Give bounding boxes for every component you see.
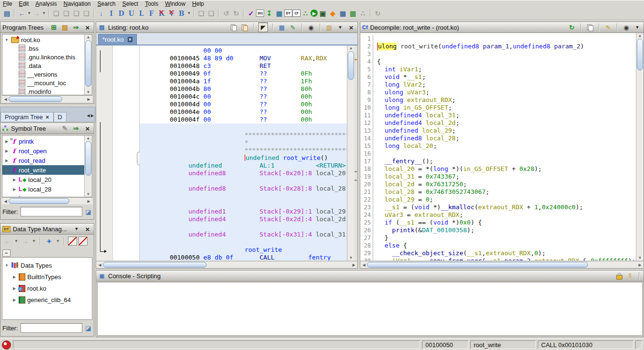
decompile-line[interactable]: 11 undefined4 local_31; bbox=[360, 112, 636, 119]
org-chart-icon[interactable]: ∴ bbox=[358, 8, 368, 18]
pages-icon-4[interactable]: ❏ bbox=[81, 8, 91, 18]
decompile-line[interactable]: 25 if (__s1 == (void *)0x0) { bbox=[360, 219, 636, 226]
decompile-dropdown-icon[interactable]: ▼ bbox=[633, 23, 642, 32]
scroll-lock-icon[interactable] bbox=[616, 275, 622, 280]
program-trees-vscrollbar[interactable]: ▲▼ bbox=[84, 34, 92, 95]
patch-in-icon[interactable]: ❏ bbox=[196, 8, 206, 18]
listing-row[interactable]: undefined AL:1 <RETURN> bbox=[140, 162, 347, 169]
expander-icon[interactable]: ▼ bbox=[4, 263, 9, 268]
decompile-line[interactable]: 3 bbox=[360, 50, 636, 58]
save-icon[interactable]: ▤ bbox=[2, 8, 12, 18]
decompile-line[interactable]: 28 else { bbox=[360, 242, 636, 249]
expander-icon[interactable]: ▶ bbox=[12, 197, 17, 197]
decompile-line[interactable]: 13 undefined local_29; bbox=[360, 127, 636, 135]
decompile-line[interactable]: 1 bbox=[360, 35, 636, 43]
tree-item-__versions[interactable]: __versions bbox=[2, 70, 84, 79]
listing-row[interactable] bbox=[140, 177, 347, 185]
tree-item-root.ko[interactable]: ▶✓root.ko bbox=[2, 282, 92, 294]
expander-icon[interactable]: ▼ bbox=[4, 168, 9, 172]
c-function-icon[interactable]: Cf bbox=[292, 10, 300, 17]
decompile-line[interactable]: 6 void *__s1; bbox=[360, 73, 636, 81]
undo-icon[interactable]: ↺ bbox=[221, 8, 231, 18]
nav-instruction-icon[interactable]: I bbox=[106, 8, 116, 18]
expander-icon[interactable]: ▼ bbox=[4, 38, 9, 42]
expander-icon[interactable]: ▶ bbox=[12, 286, 17, 291]
diff-icon[interactable]: ◆ bbox=[328, 8, 338, 18]
decompile-line[interactable]: 16 bbox=[360, 150, 636, 158]
forward-icon[interactable]: → bbox=[32, 8, 42, 18]
listing-row[interactable]: * FUNCTION bbox=[140, 139, 347, 147]
collapse-all-icon[interactable]: − bbox=[2, 249, 11, 257]
decompile-line[interactable]: 24 uVar3 = extraout_RDX; bbox=[360, 211, 636, 219]
menu-item-navigation[interactable]: Navigation bbox=[64, 0, 91, 7]
listing-row[interactable] bbox=[140, 223, 347, 231]
listing-row[interactable]: 00100048 c3 RET bbox=[140, 62, 347, 70]
nav-varied-icon[interactable]: V× bbox=[167, 8, 177, 18]
listing-row[interactable]: 0010004a 1f ?? 1Fh bbox=[140, 78, 347, 85]
listing-row[interactable]: undefined root_write() bbox=[140, 154, 347, 162]
menu-item-select[interactable]: Select bbox=[122, 0, 138, 7]
run-script-icon[interactable]: ▶ bbox=[311, 10, 318, 17]
call-tree-icon[interactable]: ∴ bbox=[300, 8, 311, 18]
table-icon[interactable]: ▦ bbox=[338, 8, 348, 18]
export-tree-icon[interactable]: ⇒ bbox=[71, 23, 81, 33]
dtm-back-icon[interactable]: ← bbox=[2, 236, 12, 246]
tree-item-local_29[interactable]: ▶Llocal_29 bbox=[2, 194, 84, 197]
menu-item-file[interactable]: File bbox=[3, 0, 12, 7]
listing-vscrollbar[interactable]: ▲▼ bbox=[347, 45, 355, 260]
listing-code-area[interactable]: 00 00 00100045 48 89 d0 MOV RAX,RDX 0010… bbox=[140, 45, 347, 260]
tree-item-.modinfo[interactable]: .modinfo bbox=[2, 87, 84, 95]
symbol-tree-vscrollbar[interactable]: ▲▼ bbox=[84, 135, 92, 197]
nav-function-icon[interactable]: F bbox=[146, 8, 156, 18]
symbol-tree-hscrollbar[interactable]: ◀▶ bbox=[2, 197, 92, 204]
filter-pointers-icon[interactable] bbox=[78, 237, 88, 246]
copy-icon[interactable] bbox=[231, 24, 237, 31]
decompile-line[interactable]: 30 iVar1 = __copy_from_user(__s1,param_2… bbox=[360, 257, 636, 260]
export-symbol-icon[interactable]: ⇒ bbox=[71, 124, 81, 134]
edit-pencil-icon[interactable]: ✎ bbox=[604, 23, 612, 32]
snapshot-camera-icon[interactable]: ◉ bbox=[622, 23, 631, 32]
listing-row[interactable]: undefined8 Stack[-0x28]:8 local_28 bbox=[140, 185, 347, 192]
memory-map-icon[interactable]: ▦ bbox=[274, 8, 284, 18]
decompile-line[interactable]: 29 __check_object_size(__s1,extraout_RDX… bbox=[360, 249, 636, 257]
table-export-icon[interactable]: ▥ bbox=[348, 8, 358, 18]
dtm-back-dropdown-icon[interactable]: ▼ bbox=[14, 236, 19, 246]
tree-item-generic_clib_64[interactable]: ▶generic_clib_64 bbox=[2, 294, 92, 305]
tab-close-icon[interactable]: × bbox=[45, 114, 49, 121]
edit-pencil-icon[interactable]: ✎ bbox=[60, 124, 70, 134]
pages-icon-1[interactable]: ❏ bbox=[51, 8, 61, 18]
bytes-viewer-icon[interactable]: 101 bbox=[256, 10, 264, 17]
open-folder-icon[interactable]: ▨ bbox=[60, 23, 70, 33]
back-dropdown-icon[interactable]: ▼ bbox=[27, 8, 32, 18]
listing-row[interactable]: undefined4 Stack[-0x2d]:4 local_2d bbox=[140, 215, 347, 223]
decompile-line[interactable]: 5 int iVar1; bbox=[360, 66, 636, 73]
listing-row[interactable]: 0010004b 80 ?? 80h bbox=[140, 85, 347, 93]
listing-row[interactable]: undefined8 Stack[-0x20]:8 local_20 bbox=[140, 169, 347, 177]
menu-item-help[interactable]: Help bbox=[192, 0, 204, 7]
program-trees-hscrollbar[interactable]: ◀▶ bbox=[2, 95, 92, 102]
tree-item-local_28[interactable]: ▶Llocal_28 bbox=[2, 184, 84, 194]
filter-options-icon[interactable]: ◪ bbox=[85, 208, 92, 215]
patch-out-icon[interactable]: ❏ bbox=[206, 8, 216, 18]
tree-item-Data Types[interactable]: ▼Data Types bbox=[2, 260, 92, 271]
refresh-icon[interactable]: ↻ bbox=[567, 23, 576, 32]
menu-item-tools[interactable]: Tools bbox=[145, 0, 158, 7]
decompile-line[interactable]: 2ulong root_write(undefined8 param_1,und… bbox=[360, 43, 636, 50]
decompile-line[interactable]: 12 undefined4 local_2d; bbox=[360, 119, 636, 127]
menu-item-window[interactable]: Window bbox=[165, 0, 186, 7]
decompile-line[interactable]: 26 printk(&DAT_00100358); bbox=[360, 226, 636, 234]
decompile-line[interactable]: 9 ulong extraout_RDX; bbox=[360, 96, 636, 104]
clear-console-icon[interactable]: ✎ bbox=[624, 271, 636, 282]
close-icon[interactable]: × bbox=[83, 124, 92, 133]
decompile-line[interactable]: 4{ bbox=[360, 58, 636, 66]
decompile-line[interactable]: 10 long in_GS_OFFSET; bbox=[360, 104, 636, 112]
dtm-menu-dropdown-icon[interactable]: ▼ bbox=[72, 225, 81, 233]
tree-item-.bss[interactable]: .bss bbox=[2, 44, 84, 53]
decompile-line[interactable]: 27 } bbox=[360, 234, 636, 242]
menu-item-search[interactable]: Search bbox=[97, 0, 115, 7]
menu-item-analysis[interactable]: Analysis bbox=[35, 0, 57, 7]
auto-analyze-icon[interactable]: ✓ bbox=[246, 8, 256, 18]
expander-icon[interactable]: ▶ bbox=[4, 149, 9, 153]
listing-row[interactable]: 00 00 bbox=[140, 47, 347, 55]
decompile-code-area[interactable]: 12ulong root_write(undefined8 param_1,un… bbox=[360, 33, 636, 260]
